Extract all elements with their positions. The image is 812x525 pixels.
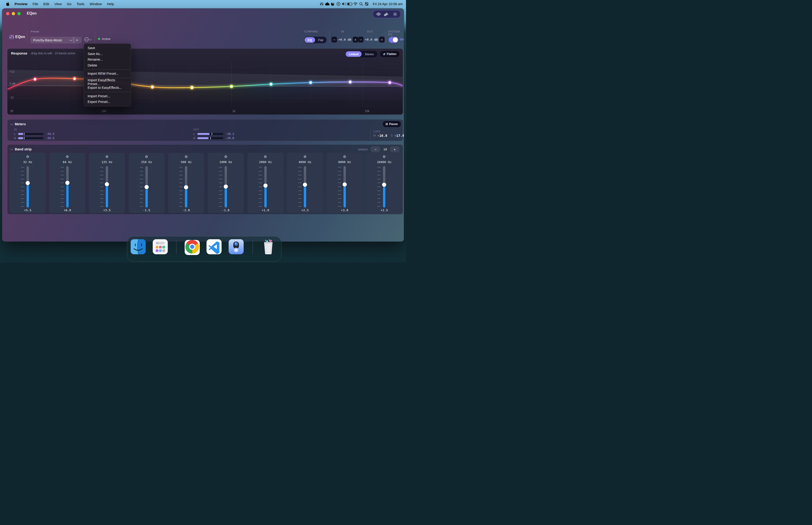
- band-card-32hz: ⚙32 Hz+5.5: [10, 153, 46, 213]
- apple-icon: [6, 2, 10, 6]
- menu-item-delete[interactable]: Delete: [84, 62, 131, 69]
- out-gain-value: +0.0 dB: [365, 38, 378, 41]
- menubar-item-edit[interactable]: Edit: [41, 0, 52, 8]
- slider-knob[interactable]: [303, 183, 307, 187]
- band-settings-gear-icon[interactable]: ⚙: [168, 155, 204, 159]
- launchpad-icon[interactable]: [153, 239, 168, 254]
- band-dot-2000hz[interactable]: [269, 82, 274, 87]
- band-gain-value: -1.5: [128, 208, 165, 212]
- slider-knob[interactable]: [342, 182, 347, 186]
- slider-knob[interactable]: [144, 185, 149, 189]
- band-settings-gear-icon[interactable]: ⚙: [49, 155, 86, 159]
- slider-knob[interactable]: [263, 183, 267, 188]
- band-dot-1000hz[interactable]: [229, 84, 234, 89]
- slider-knob[interactable]: [26, 181, 30, 185]
- menu-item-save-as[interactable]: Save As...: [84, 51, 131, 57]
- band-dot-64hz[interactable]: [72, 76, 77, 81]
- preset-select[interactable]: Punchy-Bass-Music: [30, 37, 75, 44]
- band-dot-8000hz[interactable]: [348, 80, 352, 84]
- system-eq-toggle[interactable]: [388, 37, 398, 43]
- frequency-response-chart[interactable]: [7, 49, 403, 115]
- collapse-chevron-icon[interactable]: [10, 148, 13, 150]
- out-gain-plus-button[interactable]: +: [379, 37, 385, 43]
- cloud-icon[interactable]: [324, 0, 330, 8]
- menubar-item-window[interactable]: Window: [87, 0, 105, 8]
- channel-option-linked[interactable]: Linked: [346, 51, 362, 57]
- menubar-item-help[interactable]: Help: [104, 0, 117, 8]
- waveform-bars-icon[interactable]: [376, 11, 381, 17]
- eqen-logo-icon: [9, 34, 14, 41]
- menu-item-import-rew-preset[interactable]: Import REW Preset...: [84, 71, 131, 77]
- band-dot-32hz[interactable]: [33, 77, 37, 81]
- preset-menu-button[interactable]: [85, 37, 92, 42]
- menubar-item-tools[interactable]: Tools: [74, 0, 87, 8]
- in-gain-minus-button[interactable]: −: [332, 37, 337, 43]
- band-dot-4000hz[interactable]: [308, 80, 313, 85]
- app-name: EQen: [15, 35, 25, 39]
- waveform-add-icon[interactable]: [384, 11, 389, 17]
- band-settings-gear-icon[interactable]: ⚙: [10, 155, 46, 159]
- add-preset-button[interactable]: +: [73, 37, 81, 44]
- menu-item-rename[interactable]: Rename...: [84, 57, 131, 62]
- minimize-window-button[interactable]: [12, 12, 15, 15]
- bands-count-label: BANDS: [358, 148, 368, 151]
- out-gain-label: OUT: [367, 30, 373, 33]
- preset-value: Punchy-Bass-Music: [33, 38, 62, 42]
- menu-item-import-easyeffects-preset[interactable]: Import EasyEffects Preset...: [84, 79, 131, 85]
- eq-sliders-icon[interactable]: [319, 0, 324, 8]
- menubar-item-file[interactable]: File: [30, 0, 41, 8]
- play-circle-icon[interactable]: [336, 0, 341, 8]
- band-settings-gear-icon[interactable]: ⚙: [247, 155, 284, 159]
- out-gain-minus-button[interactable]: −: [358, 37, 364, 43]
- band-settings-gear-icon[interactable]: ⚙: [208, 155, 244, 159]
- band-settings-gear-icon[interactable]: ⚙: [89, 155, 125, 159]
- menu-item-export-preset[interactable]: Export Preset...: [84, 99, 131, 105]
- spotlight-search-icon[interactable]: [358, 0, 364, 8]
- trash-full-icon[interactable]: [261, 239, 276, 254]
- settings-gear-icon[interactable]: [392, 11, 398, 17]
- menu-item-import-preset[interactable]: Import Preset...: [84, 93, 131, 99]
- bluetooth-moon-icon[interactable]: [330, 0, 336, 8]
- volume-icon[interactable]: [341, 0, 347, 8]
- band-dot-500hz[interactable]: [189, 85, 194, 90]
- band-dot-250hz[interactable]: [150, 85, 155, 89]
- zoom-window-button[interactable]: [17, 12, 21, 15]
- channel-option-stereo[interactable]: Stereo: [362, 51, 377, 57]
- slider-knob[interactable]: [184, 185, 188, 190]
- band-card-8000hz: ⚙8000 Hz+3.0: [326, 153, 363, 213]
- in-gain-plus-button[interactable]: +: [353, 37, 358, 43]
- apple-menu[interactable]: [3, 0, 12, 8]
- finder-icon[interactable]: [131, 239, 146, 254]
- add-band-button[interactable]: +: [390, 146, 399, 152]
- slider-knob[interactable]: [65, 181, 70, 185]
- close-window-button[interactable]: [6, 12, 10, 15]
- menu-item-save[interactable]: Save: [84, 45, 131, 51]
- slider-knob[interactable]: [105, 182, 109, 186]
- menubar-item-view[interactable]: View: [52, 0, 64, 8]
- band-settings-gear-icon[interactable]: ⚙: [326, 155, 363, 159]
- collapse-chevron-icon[interactable]: [10, 122, 13, 125]
- out-gain-stepper: − +0.0 dB +: [358, 37, 385, 43]
- camera-lens-app-icon[interactable]: [229, 239, 244, 254]
- wifi-icon[interactable]: [353, 0, 358, 8]
- band-settings-gear-icon[interactable]: ⚙: [128, 155, 165, 159]
- band-gain-value: +3.0: [326, 208, 363, 212]
- slider-knob[interactable]: [382, 183, 386, 187]
- band-settings-gear-icon[interactable]: ⚙: [287, 155, 323, 159]
- band-settings-gear-icon[interactable]: ⚙: [366, 155, 402, 159]
- control-center-icon[interactable]: [364, 0, 370, 8]
- battery-icon[interactable]: [347, 0, 353, 8]
- menubar-app-name[interactable]: Preview: [12, 0, 30, 8]
- menubar-clock[interactable]: Fri 24 Apr 10:58 am: [371, 2, 403, 6]
- band-dot-16000hz[interactable]: [387, 80, 392, 85]
- pause-meters-button[interactable]: Pause: [383, 121, 401, 127]
- compare-option-flat[interactable]: Flat: [315, 37, 326, 43]
- compare-option-eq[interactable]: EQ: [305, 37, 315, 43]
- vscode-icon[interactable]: [206, 239, 221, 254]
- remove-band-button[interactable]: −: [371, 146, 380, 152]
- chrome-icon[interactable]: [185, 239, 200, 254]
- menubar-item-go[interactable]: Go: [64, 0, 74, 8]
- band-card-16000hz: ⚙16000 Hz+2.5: [366, 153, 402, 213]
- slider-knob[interactable]: [224, 184, 228, 189]
- flatten-button[interactable]: ↺ Flatten: [380, 51, 399, 57]
